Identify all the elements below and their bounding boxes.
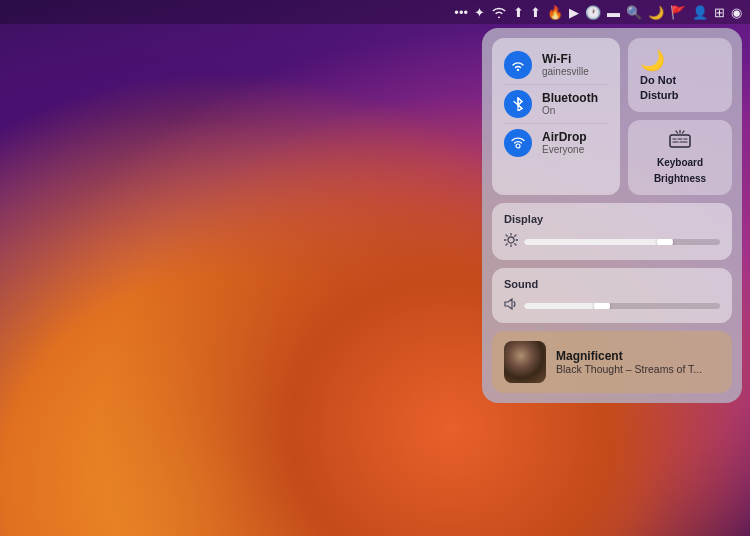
wifi-icon (504, 51, 532, 79)
sound-slider[interactable] (524, 303, 720, 309)
svg-line-19 (506, 244, 507, 245)
search-menubar-icon[interactable]: 🔍 (626, 5, 642, 20)
dnd-label2: Disturb (640, 89, 679, 102)
siri-menubar-icon[interactable]: ◉ (731, 5, 742, 20)
flame-menubar-icon[interactable]: 🔥 (547, 5, 563, 20)
sound-section: Sound (492, 268, 732, 323)
person-menubar-icon[interactable]: 👤 (692, 5, 708, 20)
sound-slider-fill (524, 303, 602, 309)
svg-rect-3 (670, 135, 690, 147)
display-slider-thumb[interactable] (657, 239, 673, 245)
bluetooth-menubar-icon[interactable]: ✦ (474, 5, 485, 20)
dnd-label1: Do Not (640, 74, 676, 87)
control-center-panel: Wi-Fi gainesville Bluetooth On (482, 28, 742, 403)
airdrop-text: AirDrop Everyone (542, 130, 587, 156)
volume-icon (504, 298, 518, 313)
airdrop-label: AirDrop (542, 130, 587, 144)
svg-point-2 (516, 144, 520, 148)
display-slider[interactable] (524, 239, 720, 245)
airdrop-row[interactable]: AirDrop Everyone (504, 124, 608, 162)
sound-slider-thumb[interactable] (594, 303, 610, 309)
wifi-menubar-icon[interactable] (491, 6, 507, 18)
svg-point-0 (517, 69, 519, 71)
upload2-menubar-icon[interactable]: ⬆ (530, 5, 541, 20)
svg-line-17 (506, 235, 507, 236)
bluetooth-sub: On (542, 105, 598, 117)
bluetooth-text: Bluetooth On (542, 91, 598, 117)
wifi-sub: gainesville (542, 66, 589, 78)
track-info: Magnificent Black Thought – Streams of T… (556, 349, 720, 375)
network-tile[interactable]: Wi-Fi gainesville Bluetooth On (492, 38, 620, 195)
album-art-image (504, 341, 546, 383)
svg-point-12 (508, 237, 514, 243)
wifi-row[interactable]: Wi-Fi gainesville (504, 46, 608, 85)
keyboard-label1: Keyboard (657, 157, 703, 169)
battery-menubar-icon[interactable]: ▬ (607, 5, 620, 20)
display-label: Display (504, 213, 720, 225)
track-artist: Black Thought – Streams of T... (556, 363, 720, 375)
album-art (504, 341, 546, 383)
now-playing-tile[interactable]: Magnificent Black Thought – Streams of T… (492, 331, 732, 393)
keyboard-brightness-tile[interactable]: Keyboard Brightness (628, 120, 732, 195)
airdrop-sub: Everyone (542, 144, 587, 156)
clock-menubar-icon[interactable]: 🕐 (585, 5, 601, 20)
svg-line-11 (676, 131, 678, 133)
display-slider-container (504, 233, 720, 250)
svg-line-10 (683, 131, 685, 133)
bluetooth-label: Bluetooth (542, 91, 598, 105)
play-menubar-icon[interactable]: ▶ (569, 5, 579, 20)
airdrop-icon (504, 129, 532, 157)
menubar: ••• ✦ ⬆ ⬆ 🔥 ▶ 🕐 ▬ 🔍 🌙 🚩 👤 ⊞ ◉ (0, 0, 750, 24)
svg-line-20 (515, 235, 516, 236)
menubar-extras-icon: ••• (454, 5, 468, 20)
moon-icon: 🌙 (640, 48, 665, 72)
top-row: Wi-Fi gainesville Bluetooth On (492, 38, 732, 195)
sound-label: Sound (504, 278, 720, 290)
brightness-icon (504, 233, 518, 250)
control-center-icon[interactable]: ⊞ (714, 5, 725, 20)
bluetooth-row[interactable]: Bluetooth On (504, 85, 608, 124)
wifi-text: Wi-Fi gainesville (542, 52, 589, 78)
dnd-tile[interactable]: 🌙 Do Not Disturb (628, 38, 732, 112)
moon-menubar-icon[interactable]: 🌙 (648, 5, 664, 20)
keyboard-brightness-icon (669, 130, 691, 153)
svg-line-18 (515, 244, 516, 245)
bluetooth-icon (504, 90, 532, 118)
display-slider-fill (524, 239, 665, 245)
upload1-menubar-icon[interactable]: ⬆ (513, 5, 524, 20)
display-section: Display (492, 203, 732, 260)
flag-menubar-icon[interactable]: 🚩 (670, 5, 686, 20)
sound-slider-container (504, 298, 720, 313)
keyboard-label2: Brightness (654, 173, 706, 185)
wifi-label: Wi-Fi (542, 52, 589, 66)
track-name: Magnificent (556, 349, 720, 363)
